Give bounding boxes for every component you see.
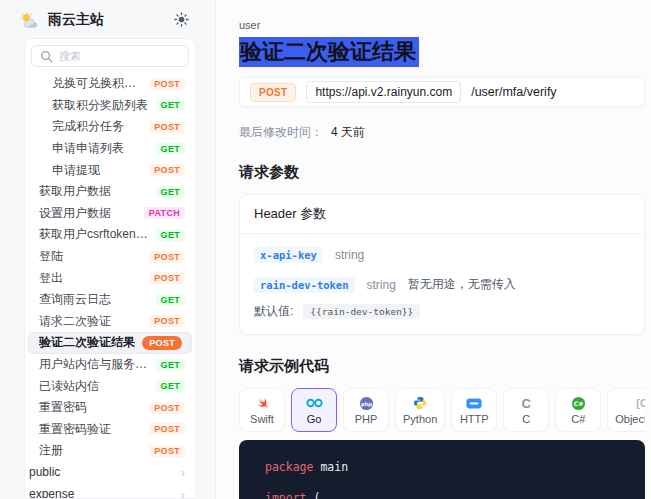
code-token: package — [265, 460, 313, 474]
tab-objective-c[interactable]: [C]Objective-C — [607, 388, 645, 432]
svg-text:php: php — [360, 400, 371, 407]
sidebar-panel: 兑换可兑换积分产品POST获取积分奖励列表GET完成积分任务POST申请申请列表… — [24, 38, 196, 499]
chevron-right-icon: › — [181, 465, 185, 480]
header-params-list: x-api-keystringrain-dev-tokenstring暂无用途，… — [240, 234, 644, 334]
method-badge: POST — [149, 251, 185, 263]
method-badge: GET — [156, 294, 185, 306]
sidebar-folder[interactable]: public› — [25, 462, 195, 484]
sidebar-item-label: 验证二次验证结果 — [39, 334, 136, 351]
search-icon — [40, 50, 53, 63]
code-token: import — [265, 491, 307, 499]
sidebar-item-label: 设置用户数据 — [39, 205, 138, 222]
csharp-icon: C# — [571, 395, 586, 411]
sidebar-item[interactable]: 获取积分奖励列表GET — [25, 95, 195, 117]
sidebar-folder-label: expense — [29, 487, 181, 499]
language-tabs: SwiftGophpPHPPythonHTTPCCC#C#[C]Objectiv… — [239, 388, 645, 432]
swift-icon — [255, 395, 269, 411]
sidebar-item[interactable]: 设置用户数据PATCH — [25, 203, 195, 225]
param-type: string — [367, 278, 396, 292]
method-badge: POST — [149, 78, 185, 90]
sidebar-item-label: 获取用户数据 — [39, 183, 150, 200]
sidebar-item[interactable]: 兑换可兑换积分产品POST — [25, 73, 195, 95]
sidebar-item[interactable]: 完成积分任务POST — [25, 116, 195, 138]
chevron-right-icon: › — [181, 487, 185, 499]
sidebar-item-label: 重置密码验证 — [39, 421, 143, 438]
search-input[interactable] — [59, 50, 180, 62]
python-icon — [413, 395, 427, 411]
sidebar-item-label: 查询雨云日志 — [39, 291, 150, 308]
sidebar-item-label: 已读站内信 — [39, 378, 150, 395]
sidebar-item-label: 兑换可兑换积分产品 — [52, 75, 143, 92]
sidebar-item[interactable]: 获取用户csrftoken数据GET — [25, 224, 195, 246]
param-note: 暂无用途，无需传入 — [408, 276, 516, 293]
sidebar-item[interactable]: 验证二次验证结果POST — [28, 332, 192, 354]
php-icon: php — [359, 395, 374, 411]
sidebar-item-label: 申请申请列表 — [52, 140, 150, 157]
request-base-url[interactable]: https://api.v2.rainyun.com — [306, 81, 461, 103]
code-token: ( — [307, 491, 321, 499]
svg-text:C#: C# — [573, 399, 583, 406]
sidebar-item[interactable]: 用户站内信与服务事件GET — [25, 354, 195, 376]
code-line — [265, 476, 619, 492]
sidebar-item[interactable]: 重置密码POST — [25, 397, 195, 419]
tab-http[interactable]: HTTP — [451, 388, 497, 432]
sidebar-item[interactable]: 登陆POST — [25, 246, 195, 268]
sidebar-item[interactable]: 请求二次验证POST — [25, 311, 195, 333]
header-params-panel: Header 参数 x-api-keystringrain-dev-tokens… — [239, 194, 645, 335]
sidebar-folder[interactable]: expense› — [25, 483, 195, 499]
http-icon — [466, 395, 482, 411]
tab-swift[interactable]: Swift — [239, 388, 285, 432]
code-line: import ( — [265, 491, 619, 499]
tab-label: C# — [571, 413, 585, 425]
param-row: x-api-keystring — [254, 247, 630, 263]
sidebar-item[interactable]: 申请提现POST — [25, 159, 195, 181]
main-content: user 验证二次验证结果 POST https://api.v2.rainyu… — [216, 0, 651, 499]
app-title: 雨云主站 — [48, 11, 104, 29]
method-badge: GET — [156, 186, 185, 198]
tab-c[interactable]: CC — [503, 388, 549, 432]
method-badge: GET — [156, 143, 185, 155]
method-badge: POST — [149, 315, 185, 327]
header-params-panel-title: Header 参数 — [240, 195, 644, 234]
sidebar-folder-label: public — [29, 465, 181, 479]
breadcrumb: user — [239, 19, 645, 31]
param-name-chip: x-api-key — [254, 247, 323, 263]
method-badge: POST — [149, 164, 185, 176]
last-modified-value: 4 天前 — [331, 125, 365, 139]
theme-toggle-sun-icon[interactable] — [174, 12, 189, 27]
sidebar-item[interactable]: 注册POST — [25, 440, 195, 462]
tab-label: Objective-C — [615, 413, 645, 425]
sidebar-item[interactable]: 登出POST — [25, 267, 195, 289]
sidebar-item[interactable]: 查询雨云日志GET — [25, 289, 195, 311]
last-modified-label: 最后修改时间： — [239, 125, 323, 139]
sidebar-item[interactable]: 申请申请列表GET — [25, 138, 195, 160]
sidebar-item-label: 获取积分奖励列表 — [52, 97, 150, 114]
sidebar-item[interactable]: 获取用户数据GET — [25, 181, 195, 203]
c-icon: C — [522, 395, 531, 411]
search-box[interactable] — [31, 45, 189, 67]
request-method-badge: POST — [250, 83, 296, 102]
last-modified-row: 最后修改时间：4 天前 — [239, 124, 645, 141]
method-badge: POST — [149, 402, 185, 414]
method-badge: POST — [142, 336, 182, 350]
sidebar-item-label: 重置密码 — [39, 399, 143, 416]
tab-python[interactable]: Python — [395, 388, 445, 432]
sidebar-item[interactable]: 重置密码验证POST — [25, 419, 195, 441]
code-line: package main — [265, 460, 619, 476]
method-badge: POST — [149, 121, 185, 133]
tab-label: Go — [307, 413, 322, 425]
tab-c-[interactable]: C#C# — [555, 388, 601, 432]
app-logo-icon — [20, 12, 40, 29]
sidebar-item[interactable]: 已读站内信GET — [25, 375, 195, 397]
request-url-bar: POST https://api.v2.rainyun.com /user/mf… — [239, 77, 645, 107]
tab-label: C — [522, 413, 530, 425]
tab-php[interactable]: phpPHP — [343, 388, 389, 432]
page-title-selected-text: 验证二次验证结果 — [239, 37, 419, 67]
tab-go[interactable]: Go — [291, 388, 337, 432]
tab-label: Python — [403, 413, 437, 425]
sidebar-item-label: 注册 — [39, 442, 143, 459]
param-name-chip: rain-dev-token — [254, 277, 355, 293]
method-badge: GET — [156, 99, 185, 111]
param-type: string — [335, 248, 364, 262]
method-badge: GET — [156, 380, 185, 392]
